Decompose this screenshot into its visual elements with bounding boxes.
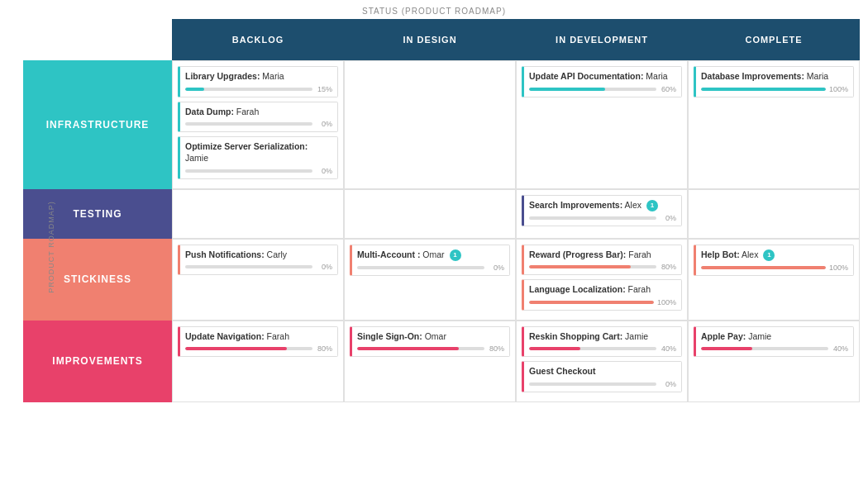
task-title: Reward (Progress Bar): Farah [529, 249, 676, 261]
task-badge: 1 [763, 249, 775, 261]
progress-bar-container: 40% [529, 344, 676, 353]
cell-testing-backlog [172, 189, 344, 239]
progress-fill [529, 301, 654, 304]
progress-fill [701, 88, 826, 91]
cell-stickiness-complete: Help Bot: Alex 1100% [688, 239, 860, 321]
task-card: Update Navigation: Farah80% [178, 326, 338, 358]
progress-track [701, 266, 826, 269]
progress-bar-container: 100% [701, 85, 848, 93]
progress-bar-container: 80% [185, 344, 332, 353]
cell-infrastructure-inDevelopment: Update API Documentation: Maria60% [516, 60, 688, 189]
progress-fill [185, 347, 287, 350]
task-title: Multi-Account : Omar 1 [357, 249, 504, 261]
progress-bar-container: 0% [185, 120, 332, 128]
progress-bar-container: 0% [529, 214, 676, 222]
cell-stickiness-inDesign: Multi-Account : Omar 10% [344, 239, 516, 321]
progress-pct: 60% [660, 85, 676, 93]
progress-pct: 100% [829, 264, 848, 272]
task-card: Multi-Account : Omar 10% [350, 245, 510, 276]
progress-bar-container: 100% [701, 264, 848, 272]
progress-track [357, 347, 484, 350]
cell-infrastructure-complete: Database Improvements: Maria100% [688, 60, 860, 189]
header-complete: COMPLETE [688, 19, 860, 60]
progress-pct: 0% [660, 380, 676, 388]
row-label-stickiness: STICKINESS [23, 239, 172, 321]
task-card: Reskin Shopping Cart: Jamie40% [522, 326, 682, 358]
header-indevelopment: IN DEVELOPMENT [516, 19, 688, 60]
progress-fill [701, 266, 826, 269]
progress-bar-container: 80% [529, 263, 676, 271]
progress-fill [701, 347, 752, 350]
progress-fill [529, 265, 631, 268]
task-card: Single Sign-On: Omar80% [350, 326, 510, 358]
task-title: Optimize Server Serialization: Jamie [185, 141, 332, 164]
progress-bar-container: 100% [529, 298, 676, 306]
progress-bar-container: 15% [185, 85, 332, 93]
task-card: Search Improvements: Alex 10% [522, 195, 682, 226]
progress-track [701, 88, 826, 91]
cell-testing-inDevelopment: Search Improvements: Alex 10% [516, 189, 688, 239]
progress-fill [357, 347, 459, 350]
progress-track [529, 88, 656, 91]
task-title: Single Sign-On: Omar [357, 331, 504, 343]
task-title: Guest Checkout [529, 366, 676, 378]
task-title: Reskin Shopping Cart: Jamie [529, 331, 676, 343]
task-card: Language Localization: Farah100% [522, 279, 682, 311]
progress-bar-container: 0% [529, 380, 676, 388]
task-card: Help Bot: Alex 1100% [694, 245, 854, 276]
task-card: Optimize Server Serialization: Jamie0% [178, 136, 338, 178]
progress-pct: 0% [488, 264, 504, 272]
task-card: Update API Documentation: Maria60% [522, 66, 682, 97]
progress-bar-container: 60% [529, 85, 676, 93]
row-label-infrastructure: INFRASTRUCTURE [23, 60, 172, 189]
task-title: Update API Documentation: Maria [529, 71, 676, 83]
cell-infrastructure-backlog: Library Upgrades: Maria15%Data Dump: Far… [172, 60, 344, 189]
progress-track [185, 265, 312, 268]
task-title: Library Upgrades: Maria [185, 71, 332, 83]
header-indesign: IN DESIGN [344, 19, 516, 60]
task-card: Guest Checkout 0% [522, 361, 682, 392]
progress-bar-container: 0% [357, 264, 504, 272]
progress-track [185, 88, 312, 91]
progress-track [185, 122, 312, 126]
progress-track [701, 347, 828, 350]
task-card: Database Improvements: Maria100% [694, 66, 854, 97]
progress-pct: 80% [488, 344, 504, 353]
progress-pct: 0% [316, 263, 332, 271]
task-card: Library Upgrades: Maria15% [178, 66, 338, 97]
task-card: Reward (Progress Bar): Farah80% [522, 245, 682, 276]
task-badge: 1 [450, 249, 461, 261]
progress-track [529, 216, 656, 220]
task-title: Push Notifications: Carly [185, 249, 332, 261]
task-title: Database Improvements: Maria [701, 71, 848, 83]
cell-improvements-backlog: Update Navigation: Farah80% [172, 321, 344, 402]
progress-pct: 40% [660, 344, 676, 353]
task-title: Search Improvements: Alex 1 [529, 200, 676, 211]
progress-bar-container: 80% [357, 344, 504, 353]
task-badge: 1 [646, 200, 658, 211]
progress-pct: 15% [316, 85, 332, 93]
progress-track [185, 169, 312, 173]
task-card: Apple Pay: Jamie40% [694, 326, 854, 358]
cell-infrastructure-inDesign [344, 60, 516, 189]
cell-improvements-inDesign: Single Sign-On: Omar80% [344, 321, 516, 402]
progress-bar-container: 0% [185, 167, 332, 175]
progress-pct: 100% [657, 298, 676, 306]
row-label-improvements: IMPROVEMENTS [23, 321, 172, 402]
main-grid: BACKLOG IN DESIGN IN DEVELOPMENT COMPLET… [23, 19, 860, 402]
progress-track [529, 265, 656, 268]
task-title: Data Dump: Farah [185, 107, 332, 118]
page-wrapper: STATUS (PRODUCT ROADMAP) PRODUCT ROADMAP… [0, 0, 868, 494]
header-empty [23, 19, 172, 60]
task-title: Help Bot: Alex 1 [701, 249, 848, 261]
cell-improvements-complete: Apple Pay: Jamie40% [688, 321, 860, 402]
task-card: Data Dump: Farah0% [178, 102, 338, 133]
progress-pct: 80% [660, 263, 676, 271]
progress-pct: 0% [660, 214, 676, 222]
progress-pct: 0% [316, 167, 332, 175]
header-backlog: BACKLOG [172, 19, 344, 60]
progress-fill [529, 88, 605, 91]
progress-pct: 80% [316, 344, 332, 353]
cell-stickiness-backlog: Push Notifications: Carly0% [172, 239, 344, 321]
y-axis-label: PRODUCT ROADMAP) [47, 201, 55, 292]
